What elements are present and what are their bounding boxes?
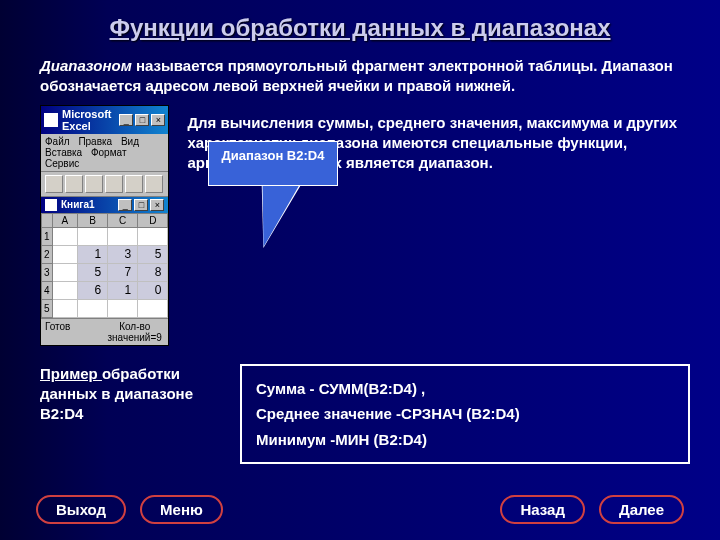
cell[interactable] [52, 245, 77, 263]
exit-button[interactable]: Выход [36, 495, 126, 524]
wb-maximize[interactable]: □ [134, 199, 148, 211]
back-button[interactable]: Назад [500, 495, 584, 524]
col-header[interactable]: D [138, 213, 168, 227]
intro-rest: называется прямоугольный фрагмент электр… [40, 57, 673, 94]
intro-text: Диапазоном называется прямоугольный фраг… [0, 50, 720, 105]
toolbar-button[interactable] [145, 175, 163, 193]
workbook-name: Книга1 [61, 199, 118, 210]
menu-item[interactable]: Формат [91, 147, 127, 158]
row-header[interactable]: 5 [42, 299, 53, 317]
toolbar-button[interactable] [45, 175, 63, 193]
menu-item[interactable]: Вставка [45, 147, 82, 158]
menu-item[interactable]: Правка [78, 136, 112, 147]
wb-close[interactable]: × [150, 199, 164, 211]
menu-bar: Файл Правка Вид Вставка Формат Сервис [41, 134, 168, 172]
cell[interactable]: 5 [138, 245, 168, 263]
menu-item[interactable]: Вид [121, 136, 139, 147]
cell[interactable] [108, 299, 138, 317]
app-title: Microsoft Excel [62, 108, 119, 132]
formula-min: Минимум -МИН (B2:D4) [256, 427, 674, 453]
cell[interactable] [52, 281, 77, 299]
formula-sum: Сумма - СУММ(B2:D4) , [256, 376, 674, 402]
cell[interactable] [52, 227, 77, 245]
workbook-bar: Книга1 _ □ × [41, 197, 168, 213]
nav-bar: Выход Меню Назад Далее [0, 495, 720, 524]
cell[interactable] [52, 299, 77, 317]
cell[interactable]: 8 [138, 263, 168, 281]
cell[interactable] [78, 299, 108, 317]
example-label: Пример обработки данных в диапазоне B2:D… [40, 364, 220, 425]
formulas-box: Сумма - СУММ(B2:D4) , Среднее значение -… [240, 364, 690, 465]
toolbar-button[interactable] [105, 175, 123, 193]
toolbar [41, 172, 168, 197]
toolbar-button[interactable] [125, 175, 143, 193]
example-underline: Пример [40, 365, 102, 382]
status-bar: Готов Кол-во значений=9 [41, 318, 168, 345]
cell[interactable]: 1 [78, 245, 108, 263]
col-header[interactable]: C [108, 213, 138, 227]
menu-item[interactable]: Файл [45, 136, 70, 147]
row-header[interactable]: 4 [42, 281, 53, 299]
maximize-button[interactable]: □ [135, 114, 149, 126]
next-button[interactable]: Далее [599, 495, 684, 524]
col-header[interactable]: B [78, 213, 108, 227]
intro-term: Диапазоном [40, 57, 132, 74]
minimize-button[interactable]: _ [119, 114, 133, 126]
corner-cell[interactable] [42, 213, 53, 227]
cell[interactable] [108, 227, 138, 245]
toolbar-button[interactable] [65, 175, 83, 193]
formula-avg: Среднее значение -СРЗНАЧ (B2:D4) [256, 401, 674, 427]
cell[interactable] [52, 263, 77, 281]
toolbar-button[interactable] [85, 175, 103, 193]
close-button[interactable]: × [151, 114, 165, 126]
col-header[interactable]: A [52, 213, 77, 227]
cell[interactable]: 1 [108, 281, 138, 299]
cell[interactable]: 0 [138, 281, 168, 299]
status-ready: Готов [45, 321, 105, 343]
workbook-icon [45, 199, 57, 211]
cell[interactable]: 6 [78, 281, 108, 299]
app-icon [44, 113, 58, 127]
row-header[interactable]: 1 [42, 227, 53, 245]
page-title: Функции обработки данных в диапазонах [0, 0, 720, 50]
menu-button[interactable]: Меню [140, 495, 223, 524]
window-titlebar: Microsoft Excel _ □ × [41, 106, 168, 134]
menu-item[interactable]: Сервис [45, 158, 79, 169]
status-count: Кол-во значений=9 [105, 321, 164, 343]
spreadsheet-grid[interactable]: A B C D 1 2135 3578 4610 5 [41, 213, 168, 318]
range-callout: Диапазон B2:D4 [208, 141, 338, 186]
cell[interactable]: 5 [78, 263, 108, 281]
row-header[interactable]: 3 [42, 263, 53, 281]
wb-minimize[interactable]: _ [118, 199, 132, 211]
cell[interactable] [138, 227, 168, 245]
cell[interactable] [78, 227, 108, 245]
cell[interactable]: 3 [108, 245, 138, 263]
row-header[interactable]: 2 [42, 245, 53, 263]
cell[interactable] [138, 299, 168, 317]
cell[interactable]: 7 [108, 263, 138, 281]
excel-screenshot: Microsoft Excel _ □ × Файл Правка Вид Вс… [40, 105, 169, 346]
